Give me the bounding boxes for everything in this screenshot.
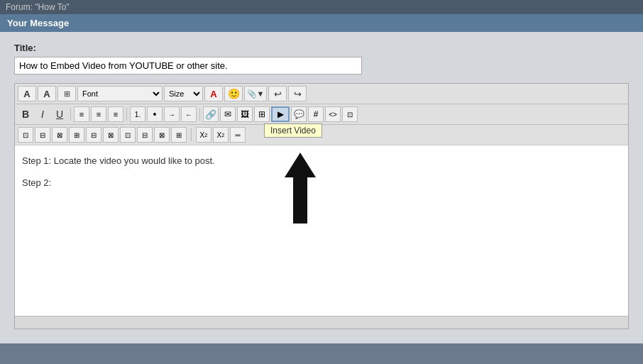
content-line-2: Step 2:: [22, 175, 621, 191]
row3-btn-2[interactable]: ⊟: [35, 127, 50, 143]
ordered-list-button[interactable]: 1.: [130, 106, 145, 122]
image-button[interactable]: 🖼: [237, 106, 253, 122]
toolbar-row-1: A A ⊞ Font Arial Times New Roman Courier…: [15, 84, 628, 104]
title-input[interactable]: [14, 57, 362, 75]
separator-2: [126, 108, 127, 121]
forum-bar: Forum: "How To": [0, 0, 643, 14]
link-button[interactable]: 🔗: [203, 106, 219, 122]
undo-button[interactable]: ↩: [268, 86, 287, 101]
editor-content[interactable]: Step 1: Locate the video you would like …: [15, 145, 628, 316]
editor-wrapper: A A ⊞ Font Arial Times New Roman Courier…: [14, 83, 629, 329]
redo-button[interactable]: ↪: [288, 86, 307, 101]
format-a-button[interactable]: A: [18, 86, 36, 101]
email-button[interactable]: ✉: [220, 106, 236, 122]
code-button[interactable]: <>: [325, 106, 341, 122]
row3-btn-last[interactable]: ═: [230, 127, 246, 143]
insert-video-tooltip: Insert Video: [264, 123, 322, 138]
superscript-button[interactable]: X2: [213, 127, 229, 143]
hash-button[interactable]: #: [308, 106, 324, 122]
row3-btn-6[interactable]: ⊠: [103, 127, 119, 143]
row3-btn-7[interactable]: ⊡: [120, 127, 136, 143]
subscript-button[interactable]: X2: [196, 127, 211, 143]
editor-footer: [15, 316, 628, 329]
bubble-button[interactable]: 💬: [291, 106, 307, 122]
toolbar-row-2: B I U ≡ ≡ ≡ 1. • → ← 🔗 ✉ 🖼 ⊞ ▶ Insert Vi…: [15, 104, 628, 125]
align-center-button[interactable]: ≡: [91, 106, 106, 122]
outdent-button[interactable]: ←: [181, 106, 197, 122]
row3-btn-1[interactable]: ⊡: [18, 127, 33, 143]
row3-btn-10[interactable]: ⊞: [171, 127, 187, 143]
underline-button[interactable]: U: [52, 106, 67, 122]
insert-video-container: ▶ Insert Video: [271, 106, 290, 122]
font-select[interactable]: Font Arial Times New Roman Courier New: [77, 86, 163, 101]
table-button[interactable]: ⊞: [57, 86, 76, 101]
row3-btn-8[interactable]: ⊟: [137, 127, 153, 143]
row3-btn-9[interactable]: ⊠: [154, 127, 170, 143]
your-message-header: Your Message: [0, 14, 643, 32]
align-left-button[interactable]: ≡: [74, 106, 89, 122]
row3-btn-3[interactable]: ⊠: [52, 127, 67, 143]
title-label: Title:: [14, 43, 629, 53]
content-line-1: Step 1: Locate the video you would like …: [22, 153, 621, 169]
row3-btn-4[interactable]: ⊞: [69, 127, 84, 143]
separator-1: [70, 108, 71, 121]
form-area: Title: A A ⊞ Font Arial Times New Roman …: [0, 32, 643, 343]
insert-button[interactable]: 📎▼: [244, 86, 267, 101]
bold-button[interactable]: B: [18, 106, 33, 122]
table-insert-button[interactable]: ⊞: [254, 106, 270, 122]
separator-3: [199, 108, 200, 121]
separator-row3: [191, 128, 192, 141]
arrow-annotation: [285, 153, 316, 224]
size-select[interactable]: Size 8 10 12 14: [164, 86, 203, 101]
italic-button[interactable]: I: [35, 106, 50, 122]
color-button[interactable]: A: [204, 86, 223, 101]
align-right-button[interactable]: ≡: [108, 106, 123, 122]
emoji-button[interactable]: 🙂: [224, 86, 243, 101]
format-a2-button[interactable]: A: [38, 86, 56, 101]
forum-bar-text: Forum: "How To": [0, 0, 643, 14]
indent-button[interactable]: →: [164, 106, 180, 122]
row3-btn-5[interactable]: ⊟: [86, 127, 101, 143]
other-button[interactable]: ⊡: [342, 106, 358, 122]
insert-video-button[interactable]: ▶: [271, 106, 290, 122]
unordered-list-button[interactable]: •: [147, 106, 163, 122]
